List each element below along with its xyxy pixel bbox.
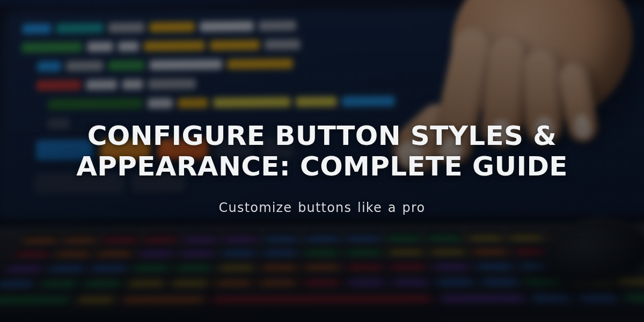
hero-subtitle: Customize buttons like a pro: [219, 200, 426, 215]
hero-title: CONFIGURE BUTTON STYLES & APPEARANCE: CO…: [59, 121, 585, 182]
hero-text-layer: CONFIGURE BUTTON STYLES & APPEARANCE: CO…: [0, 0, 644, 322]
hero-banner: CONFIGURE BUTTON STYLES & APPEARANCE: CO…: [0, 0, 644, 322]
